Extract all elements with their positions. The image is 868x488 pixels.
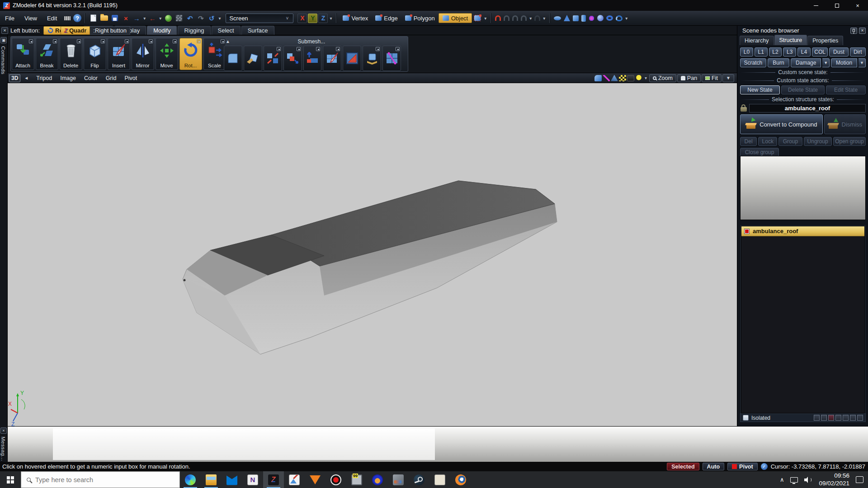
- scene-node-list[interactable]: ambulance_roof: [741, 226, 865, 413]
- attach-button[interactable]: Attach: [12, 38, 34, 70]
- start-button[interactable]: [0, 471, 21, 488]
- expand-all-icon[interactable]: [843, 415, 849, 421]
- state-damage-button[interactable]: Damage: [791, 58, 821, 67]
- lod-dust-button[interactable]: Dust: [829, 47, 848, 56]
- submesh-weld-button[interactable]: [382, 46, 401, 71]
- snap-edge-icon[interactable]: [512, 15, 518, 21]
- submesh-extrude-button[interactable]: [283, 46, 302, 71]
- viewport-3d[interactable]: Y X Z: [8, 83, 737, 426]
- mode-polygon-button[interactable]: Polygon: [401, 13, 439, 23]
- import-icon[interactable]: ←: [147, 14, 157, 23]
- primitive-spiral-icon[interactable]: [616, 15, 623, 21]
- lod-l4-button[interactable]: L4: [797, 47, 811, 56]
- collapse-all-icon[interactable]: [850, 415, 856, 421]
- taskbar-search[interactable]: [21, 471, 180, 488]
- pan-button[interactable]: Pan: [677, 74, 701, 82]
- filter-icon[interactable]: [835, 415, 841, 421]
- minimize-button[interactable]: [806, 0, 826, 11]
- node-row-selected[interactable]: ambulance_roof: [741, 226, 864, 236]
- viewport-menu-image[interactable]: Image: [56, 75, 80, 81]
- mode-edge-button[interactable]: Edge: [372, 13, 401, 23]
- close-commands-icon[interactable]: ×: [1, 27, 8, 34]
- auto-indicator[interactable]: Auto: [703, 463, 724, 470]
- filter-red-icon[interactable]: [828, 415, 834, 421]
- collapse-group-icon[interactable]: ▲: [222, 39, 234, 44]
- import-dropdown-icon[interactable]: ▾: [158, 16, 163, 21]
- lod-l0-button[interactable]: L0: [740, 47, 753, 56]
- maximize-button[interactable]: [826, 0, 847, 11]
- lock-icon[interactable]: [740, 104, 747, 112]
- snap-dropdown-icon[interactable]: ▾: [528, 16, 533, 21]
- break-button[interactable]: Break: [36, 38, 58, 70]
- tab-select[interactable]: Select: [212, 26, 241, 35]
- taskbar-winrar[interactable]: [429, 471, 450, 488]
- lod-l2-button[interactable]: L2: [769, 47, 782, 56]
- fit-button[interactable]: Fit: [702, 74, 722, 82]
- axis-x-button[interactable]: X: [297, 14, 307, 23]
- new-file-icon[interactable]: [88, 14, 98, 23]
- taskbar-game-tool[interactable]: [388, 471, 409, 488]
- primitive-sphere-icon[interactable]: [597, 15, 604, 21]
- node-color-icon[interactable]: [744, 229, 750, 234]
- save-file-icon[interactable]: [110, 14, 120, 23]
- help-icon[interactable]: ?: [73, 14, 81, 22]
- tab-rigging[interactable]: Rigging: [178, 26, 210, 35]
- insert-button[interactable]: Insert: [108, 38, 130, 70]
- commands-tab[interactable]: Commands: [0, 46, 6, 75]
- dismiss-button[interactable]: Dismiss: [824, 114, 866, 134]
- tab-hierarchy[interactable]: Hierarchy: [740, 36, 774, 45]
- tab-properties[interactable]: Properties: [807, 36, 843, 45]
- taskbar-blender[interactable]: [450, 471, 471, 488]
- state-scratch-button[interactable]: Scratch: [740, 58, 766, 67]
- open-group-button[interactable]: Open group: [833, 137, 866, 146]
- pin-icon[interactable]: [850, 28, 857, 34]
- zoom-button[interactable]: Zoom: [649, 74, 676, 82]
- reload-icon[interactable]: ↺: [207, 14, 217, 23]
- list-view-icon[interactable]: [814, 415, 820, 421]
- tab-structure[interactable]: Structure: [774, 35, 807, 45]
- lod-l3-button[interactable]: L3: [783, 47, 796, 56]
- close-messages-icon[interactable]: ×: [0, 427, 7, 434]
- redo-icon[interactable]: ↷: [196, 14, 206, 23]
- lod-col-button[interactable]: COL: [812, 47, 828, 56]
- undo-icon[interactable]: ↶: [185, 14, 195, 23]
- snap-dropdown2-icon[interactable]: ▾: [542, 16, 547, 21]
- taskbar-steam[interactable]: [409, 471, 429, 488]
- viewport-options-dropdown[interactable]: ▼: [722, 74, 734, 82]
- screen-dropdown[interactable]: Screen˅: [226, 14, 293, 23]
- snap-vertex-icon[interactable]: [504, 15, 509, 21]
- selection-name-field[interactable]: ambulance_roof: [749, 104, 866, 113]
- primitive-cone-icon[interactable]: [564, 15, 570, 21]
- messages-tab[interactable]: Messag...: [0, 436, 6, 461]
- sort-icon[interactable]: [821, 415, 827, 421]
- lock-button[interactable]: Lock: [758, 137, 777, 146]
- axis-z-button[interactable]: Z: [318, 14, 328, 23]
- taskbar-notepad[interactable]: N: [242, 471, 263, 488]
- search-input[interactable]: [35, 476, 162, 483]
- submesh-smooth-button[interactable]: [224, 46, 242, 71]
- notification-icon[interactable]: [856, 476, 863, 483]
- commands-panel-icon[interactable]: ▣: [0, 37, 7, 43]
- status-check-icon[interactable]: ✓: [761, 463, 768, 470]
- state-motion-button[interactable]: Motion: [831, 58, 857, 67]
- lod-l1-button[interactable]: L1: [755, 47, 768, 56]
- mirror-button[interactable]: Mirror: [132, 38, 154, 70]
- primitive-plane-icon[interactable]: [554, 16, 561, 20]
- taskbar-edge[interactable]: [180, 471, 201, 488]
- view-mode-button[interactable]: 3D: [9, 74, 20, 82]
- submesh-raise-button[interactable]: [303, 46, 322, 71]
- damage-dropdown-icon[interactable]: ▼: [822, 58, 830, 67]
- axis-dropdown-icon[interactable]: ▾: [328, 16, 333, 21]
- submesh-flatten-button[interactable]: [363, 46, 381, 71]
- rotate-button[interactable]: Rot...: [179, 38, 202, 70]
- mode-vertex-button[interactable]: Vertex: [339, 13, 372, 23]
- primitive-helper-icon[interactable]: [589, 15, 594, 21]
- submesh-brush-button[interactable]: [244, 46, 262, 71]
- taskbar-monitor-app[interactable]: 99: [346, 471, 367, 488]
- mode-dropdown-icon[interactable]: ▾: [483, 16, 488, 21]
- hotkeys-icon[interactable]: [62, 14, 72, 23]
- snap-magnet-icon[interactable]: [495, 15, 501, 21]
- viewport-menu-pivot[interactable]: Pivot: [120, 75, 141, 81]
- wire-pen-icon[interactable]: [603, 75, 610, 81]
- open-file-icon[interactable]: [99, 14, 109, 23]
